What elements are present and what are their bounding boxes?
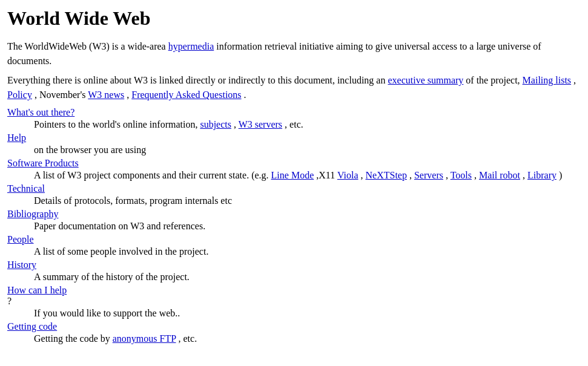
whats-out-there-link[interactable]: What's out there?	[7, 107, 581, 118]
intro2-period: .	[244, 90, 246, 100]
hypermedia-link[interactable]: hypermedia	[168, 41, 214, 51]
section-bibliography: Bibliography Paper documentation on W3 a…	[7, 209, 581, 232]
servers-link[interactable]: Servers	[414, 170, 443, 180]
section-technical: Technical Details of protocols, formats,…	[7, 183, 581, 206]
section-help: Help on the browser you are using	[7, 132, 581, 155]
mail-robot-link[interactable]: Mail robot	[479, 170, 520, 180]
history-description: A summary of the history of the project.	[34, 272, 581, 283]
mailing-lists-link[interactable]: Mailing lists	[523, 75, 571, 85]
faq-link[interactable]: Frequently Asked Questions	[131, 90, 241, 100]
help-link[interactable]: Help	[7, 132, 581, 143]
getting-code-description: Getting the code by anonymous FTP , etc.	[34, 333, 581, 344]
software-products-description: A list of W3 project components and thei…	[34, 170, 581, 181]
anonymous-ftp-link[interactable]: anonymous FTP	[113, 333, 176, 344]
intro-paragraph-2: Everything there is online about W3 is l…	[7, 73, 581, 102]
intro2-mid: of the project,	[466, 75, 522, 85]
people-link[interactable]: People	[7, 234, 581, 245]
technical-link[interactable]: Technical	[7, 183, 581, 194]
how-can-i-help-question-mark: ?	[7, 296, 12, 306]
section-whats-out-there: What's out there? Pointers to the world'…	[7, 107, 581, 130]
how-can-i-help-description: If you would like to support the web..	[34, 308, 581, 319]
getting-code-link[interactable]: Getting code	[7, 321, 581, 332]
sections-container: What's out there? Pointers to the world'…	[7, 107, 581, 344]
technical-description: Details of protocols, formats, program i…	[34, 195, 581, 206]
nextstep-link[interactable]: NeXTStep	[366, 170, 407, 180]
how-can-i-help-link[interactable]: How can I help	[7, 285, 581, 296]
section-software-products: Software Products A list of W3 project c…	[7, 158, 581, 181]
subjects-link[interactable]: subjects	[200, 119, 231, 129]
policy-link[interactable]: Policy	[7, 90, 32, 100]
software-products-link[interactable]: Software Products	[7, 158, 581, 169]
bibliography-description: Paper documentation on W3 and references…	[34, 221, 581, 232]
section-people: People A list of some people involved in…	[7, 234, 581, 257]
viola-link[interactable]: Viola	[337, 170, 358, 180]
intro2-novembers: , November's	[35, 90, 88, 100]
bibliography-link[interactable]: Bibliography	[7, 209, 581, 220]
section-how-can-i-help: How can I help ? If you would like to su…	[7, 285, 581, 319]
page-title: World Wide Web	[7, 7, 581, 30]
intro2-prefix: Everything there is online about W3 is l…	[7, 75, 388, 85]
line-mode-link[interactable]: Line Mode	[271, 170, 314, 180]
people-description: A list of some people involved in the pr…	[34, 246, 581, 257]
history-link[interactable]: History	[7, 260, 581, 270]
w3-news-link[interactable]: W3 news	[88, 90, 124, 100]
executive-summary-link[interactable]: executive summary	[388, 75, 463, 85]
intro1-text-before-link: The WorldWideWeb (W3) is a wide-area	[7, 41, 166, 51]
intro-paragraph-1: The WorldWideWeb (W3) is a wide-area hyp…	[7, 39, 581, 68]
tools-link[interactable]: Tools	[451, 170, 472, 180]
w3-servers-link[interactable]: W3 servers	[239, 119, 282, 129]
intro2-comma: ,	[573, 75, 576, 85]
library-link[interactable]: Library	[527, 170, 557, 180]
section-getting-code: Getting code Getting the code by anonymo…	[7, 321, 581, 344]
help-description: on the browser you are using	[34, 145, 581, 155]
section-history: History A summary of the history of the …	[7, 260, 581, 283]
whats-out-there-description: Pointers to the world's online informati…	[34, 119, 581, 130]
